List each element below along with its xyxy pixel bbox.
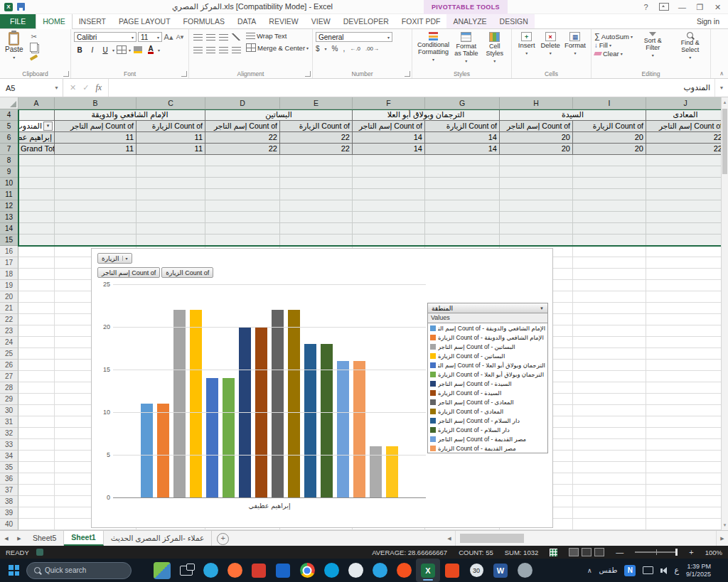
cell[interactable]: 22 xyxy=(646,132,721,144)
cell[interactable]: 22 xyxy=(280,144,353,155)
row-header-12[interactable]: 12 xyxy=(0,200,18,212)
legend-item-4[interactable]: الترجمان وبولاق أبو العلا - Count of إسم… xyxy=(428,360,547,370)
orientation-icon[interactable] xyxy=(230,32,242,42)
cell[interactable] xyxy=(646,325,721,337)
cell[interactable] xyxy=(280,166,353,178)
sheet-nav-left-icon[interactable]: ◀ xyxy=(0,531,13,546)
cell[interactable] xyxy=(573,314,646,325)
row-header-8[interactable]: 8 xyxy=(0,155,18,166)
row-header-15[interactable]: 15 xyxy=(0,235,18,246)
row-header-16[interactable]: 16 xyxy=(0,246,18,257)
cell[interactable]: Count of الزيارة xyxy=(425,121,500,132)
page-layout-view-icon[interactable] xyxy=(582,548,592,556)
cell[interactable] xyxy=(353,235,425,246)
cell[interactable] xyxy=(280,235,353,246)
cell[interactable] xyxy=(205,200,280,212)
cell[interactable] xyxy=(18,371,55,382)
row-header-17[interactable]: 17 xyxy=(0,257,18,269)
row-header-22[interactable]: 22 xyxy=(0,314,18,325)
cell[interactable] xyxy=(646,439,721,451)
cell[interactable]: Count of الزيارة xyxy=(280,121,353,132)
cell[interactable] xyxy=(646,212,721,223)
cell[interactable] xyxy=(500,235,573,246)
cell[interactable] xyxy=(573,360,646,371)
row-header-21[interactable]: 21 xyxy=(0,303,18,314)
cell[interactable] xyxy=(18,496,55,507)
align-center-icon[interactable] xyxy=(205,45,216,55)
cell[interactable] xyxy=(646,485,721,496)
app-gray-icon[interactable] xyxy=(513,559,537,582)
legend-item-12[interactable]: مصر القديمة - Count of إسم التاجر xyxy=(428,434,547,443)
row-header-35[interactable]: 35 xyxy=(0,462,18,473)
cell[interactable] xyxy=(205,155,280,166)
cell[interactable] xyxy=(646,496,721,507)
cell[interactable]: Grand Total xyxy=(18,144,55,155)
cell[interactable] xyxy=(500,178,573,189)
cell[interactable]: المعادى xyxy=(646,109,721,121)
cell[interactable] xyxy=(573,348,646,360)
column-header-J[interactable]: J xyxy=(646,97,721,109)
cell[interactable] xyxy=(353,200,425,212)
cell[interactable] xyxy=(646,462,721,473)
scroll-down-icon[interactable]: ▼ xyxy=(722,520,728,530)
cell[interactable]: Count of الزيارة xyxy=(573,121,646,132)
cell[interactable]: 14 xyxy=(353,144,425,155)
cell[interactable] xyxy=(500,200,573,212)
close-button[interactable]: ✕ xyxy=(709,0,727,14)
cell[interactable]: البساتين xyxy=(205,109,353,121)
column-header-A[interactable]: A xyxy=(18,97,55,109)
edge-icon[interactable] xyxy=(198,559,223,582)
cell[interactable] xyxy=(500,189,573,200)
cell[interactable]: Count of إسم التاجر xyxy=(500,121,573,132)
taskbar-search-box[interactable]: Quick search xyxy=(26,562,132,579)
zoom-slider-thumb[interactable] xyxy=(675,549,678,556)
chart-bar-8[interactable] xyxy=(272,310,284,497)
row-header-24[interactable]: 24 xyxy=(0,337,18,348)
tab-formulas[interactable]: FORMULAS xyxy=(177,14,231,28)
cell[interactable] xyxy=(573,496,646,507)
zoom-level[interactable]: 100% xyxy=(705,549,722,556)
cell[interactable] xyxy=(18,235,55,246)
cell[interactable]: Count of إسم التاجر xyxy=(205,121,280,132)
row-header-11[interactable]: 11 xyxy=(0,189,18,200)
cell[interactable] xyxy=(55,223,136,235)
borders-dropdown-arrow[interactable]: ▾ xyxy=(129,48,131,53)
shrink-font-icon[interactable]: A▾ xyxy=(175,32,185,42)
row-header-31[interactable]: 31 xyxy=(0,416,18,428)
taskbar-clock[interactable]: 1:39 PM 9/1/2025 xyxy=(686,563,711,578)
cell[interactable] xyxy=(646,416,721,428)
cell[interactable] xyxy=(18,382,55,394)
tab-page-layout[interactable]: PAGE LAYOUT xyxy=(112,14,177,28)
tab-view[interactable]: VIEW xyxy=(305,14,337,28)
help-icon[interactable]: ? xyxy=(637,0,655,14)
save-icon[interactable] xyxy=(17,3,25,11)
formula-input[interactable]: المندوب xyxy=(109,79,714,97)
notepad-icon[interactable]: N xyxy=(624,565,636,576)
row-header-10[interactable]: 10 xyxy=(0,178,18,189)
name-box[interactable]: A5 ▼ xyxy=(0,79,63,97)
chart-bar-12[interactable] xyxy=(337,361,349,497)
macro-record-icon[interactable] xyxy=(36,549,43,556)
cell[interactable] xyxy=(646,189,721,200)
sort-filter-button[interactable]: Sort & Filter▾ xyxy=(636,31,670,69)
cell[interactable] xyxy=(646,405,721,416)
normal-view-icon[interactable] xyxy=(569,548,579,556)
tab-foxit-pdf[interactable]: FOXIT PDF xyxy=(395,14,447,28)
cell[interactable] xyxy=(280,189,353,200)
sheet-tab-Sheet1[interactable]: Sheet1 xyxy=(64,531,103,546)
cell[interactable] xyxy=(573,439,646,451)
find-select-button[interactable]: Find & Select▾ xyxy=(673,31,707,69)
cell[interactable] xyxy=(646,235,721,246)
clear-button[interactable]: Clear▾ xyxy=(594,50,633,58)
zoom-slider[interactable] xyxy=(635,551,678,553)
select-all-corner[interactable] xyxy=(0,97,18,109)
zoom-out-icon[interactable]: — xyxy=(616,549,623,556)
percent-format-icon[interactable]: % xyxy=(332,45,338,53)
cell[interactable] xyxy=(646,178,721,189)
foxit-pdf-icon[interactable] xyxy=(440,559,464,582)
row-header-4[interactable]: 4 xyxy=(0,109,18,121)
vertical-scrollbar-thumb[interactable] xyxy=(722,109,727,174)
autosum-button[interactable]: ∑AutoSum▾ xyxy=(594,32,633,41)
cell[interactable] xyxy=(205,178,280,189)
cell[interactable] xyxy=(18,246,55,257)
